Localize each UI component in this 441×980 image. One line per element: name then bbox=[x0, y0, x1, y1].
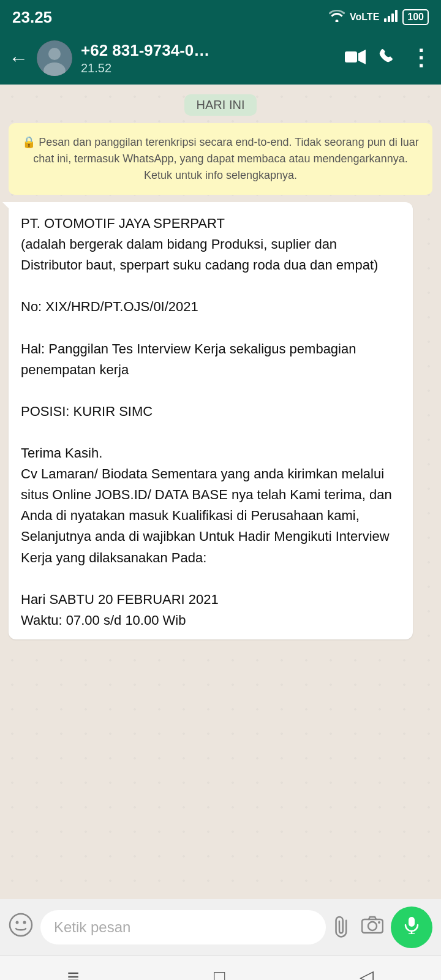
nav-bar: ≡ □ ◁ bbox=[0, 956, 441, 980]
message-bubble: PT. OTOMOTIF JAYA SPERPART (adalah berge… bbox=[9, 202, 413, 639]
svg-point-9 bbox=[10, 914, 32, 936]
battery-icon: 100 bbox=[402, 9, 429, 25]
chat-area: HARI INI 🔒 Pesan dan panggilan terenkrip… bbox=[0, 85, 441, 899]
status-time: 23.25 bbox=[12, 8, 52, 27]
date-badge: HARI INI bbox=[184, 94, 257, 116]
encryption-notice[interactable]: 🔒 Pesan dan panggilan terenkripsi secara… bbox=[9, 123, 432, 195]
input-area: Ketik pesan bbox=[0, 899, 441, 956]
svg-point-5 bbox=[48, 48, 61, 60]
input-placeholder: Ketik pesan bbox=[54, 919, 130, 936]
contact-info: +62 831-9734-0… 21.52 bbox=[81, 41, 336, 75]
avatar bbox=[37, 40, 72, 76]
encryption-text: Pesan dan panggilan terenkripsi secara e… bbox=[33, 136, 418, 181]
back-button[interactable]: ← bbox=[9, 48, 28, 68]
svg-rect-0 bbox=[384, 18, 386, 22]
message-input[interactable]: Ketik pesan bbox=[40, 910, 326, 944]
menu-nav-button[interactable]: ≡ bbox=[67, 965, 80, 980]
signal-icon bbox=[384, 10, 398, 25]
svg-rect-2 bbox=[391, 13, 394, 22]
phone-call-icon[interactable] bbox=[379, 48, 396, 69]
svg-point-11 bbox=[23, 921, 26, 924]
svg-point-14 bbox=[378, 921, 380, 924]
volte-icon: VoLTE bbox=[350, 12, 379, 23]
camera-button[interactable] bbox=[361, 916, 383, 939]
home-nav-button[interactable]: □ bbox=[214, 967, 225, 981]
svg-point-10 bbox=[16, 921, 19, 924]
status-bar: 23.25 VoLTE 100 bbox=[0, 0, 441, 32]
svg-marker-8 bbox=[358, 50, 366, 64]
wifi-icon bbox=[329, 10, 345, 25]
more-options-icon[interactable]: ⋮ bbox=[410, 45, 432, 71]
attach-button[interactable] bbox=[327, 911, 360, 944]
contact-status: 21.52 bbox=[81, 61, 336, 75]
header-actions: ⋮ bbox=[345, 45, 432, 71]
chat-header: ← +62 831-9734-0… 21.52 ⋮ bbox=[0, 32, 441, 85]
lock-icon: 🔒 bbox=[22, 136, 36, 148]
status-icons: VoLTE 100 bbox=[329, 9, 429, 25]
contact-name[interactable]: +62 831-9734-0… bbox=[81, 41, 336, 60]
mic-button[interactable] bbox=[391, 907, 432, 948]
svg-rect-1 bbox=[388, 16, 390, 22]
back-nav-button[interactable]: ◁ bbox=[360, 966, 374, 980]
svg-rect-15 bbox=[409, 917, 415, 927]
svg-rect-3 bbox=[395, 10, 398, 22]
message-text: PT. OTOMOTIF JAYA SPERPART (adalah berge… bbox=[21, 216, 392, 628]
svg-point-13 bbox=[368, 922, 377, 930]
emoji-button[interactable] bbox=[9, 913, 33, 943]
video-call-icon[interactable] bbox=[345, 48, 366, 69]
svg-rect-7 bbox=[345, 51, 357, 62]
mic-icon bbox=[402, 916, 421, 939]
